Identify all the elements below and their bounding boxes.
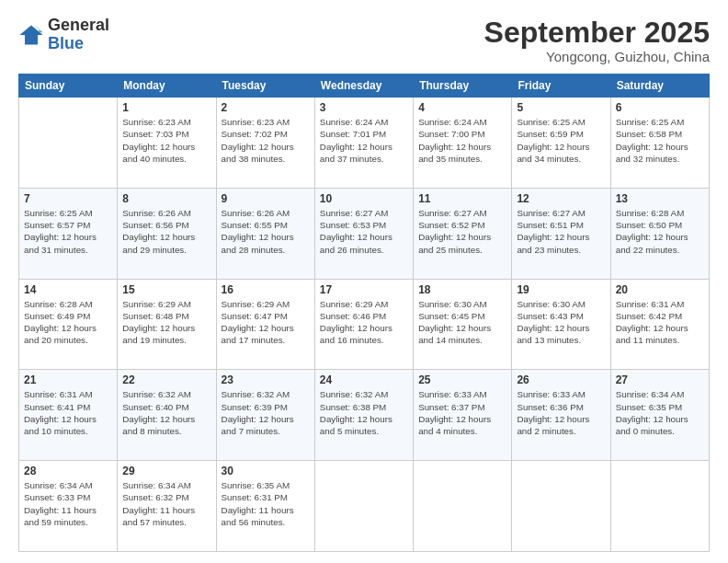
- logo-text: General Blue: [48, 17, 109, 53]
- day-cell: 17Sunrise: 6:29 AM Sunset: 6:46 PM Dayli…: [314, 279, 413, 370]
- day-number: 10: [320, 192, 408, 205]
- day-info: Sunrise: 6:25 AM Sunset: 6:58 PM Dayligh…: [616, 116, 704, 165]
- calendar: SundayMondayTuesdayWednesdayThursdayFrid…: [18, 74, 710, 552]
- day-info: Sunrise: 6:29 AM Sunset: 6:47 PM Dayligh…: [222, 298, 310, 347]
- day-info: Sunrise: 6:24 AM Sunset: 7:00 PM Dayligh…: [418, 116, 506, 165]
- day-cell: 21Sunrise: 6:31 AM Sunset: 6:41 PM Dayli…: [19, 370, 118, 461]
- day-number: 26: [517, 373, 605, 386]
- day-number: 15: [122, 283, 210, 296]
- week-row-3: 14Sunrise: 6:28 AM Sunset: 6:49 PM Dayli…: [19, 279, 710, 370]
- day-cell: 4Sunrise: 6:24 AM Sunset: 7:00 PM Daylig…: [414, 98, 512, 189]
- day-info: Sunrise: 6:30 AM Sunset: 6:45 PM Dayligh…: [418, 298, 506, 347]
- day-number: 27: [616, 373, 704, 386]
- day-info: Sunrise: 6:34 AM Sunset: 6:32 PM Dayligh…: [122, 479, 210, 528]
- day-number: 16: [222, 283, 310, 296]
- header-row: SundayMondayTuesdayWednesdayThursdayFrid…: [19, 75, 710, 98]
- day-number: 2: [222, 101, 310, 114]
- day-info: Sunrise: 6:26 AM Sunset: 6:56 PM Dayligh…: [122, 207, 210, 256]
- day-cell: [314, 461, 413, 552]
- day-number: 30: [222, 465, 310, 477]
- col-header-thursday: Thursday: [414, 75, 512, 98]
- day-number: 11: [418, 192, 506, 205]
- day-info: Sunrise: 6:25 AM Sunset: 6:59 PM Dayligh…: [517, 116, 605, 165]
- day-number: 7: [24, 192, 112, 205]
- day-info: Sunrise: 6:33 AM Sunset: 6:37 PM Dayligh…: [418, 388, 506, 437]
- day-number: 22: [122, 373, 210, 386]
- day-cell: 2Sunrise: 6:23 AM Sunset: 7:02 PM Daylig…: [216, 98, 314, 189]
- day-cell: 26Sunrise: 6:33 AM Sunset: 6:36 PM Dayli…: [512, 370, 610, 461]
- logo: General Blue: [18, 17, 109, 53]
- day-info: Sunrise: 6:28 AM Sunset: 6:49 PM Dayligh…: [24, 298, 112, 347]
- day-cell: 3Sunrise: 6:24 AM Sunset: 7:01 PM Daylig…: [314, 98, 413, 189]
- day-cell: [19, 98, 118, 189]
- day-cell: 16Sunrise: 6:29 AM Sunset: 6:47 PM Dayli…: [216, 279, 314, 370]
- day-number: 4: [418, 101, 506, 114]
- day-number: 20: [616, 283, 704, 296]
- col-header-sunday: Sunday: [19, 75, 118, 98]
- day-number: 17: [320, 283, 408, 296]
- day-info: Sunrise: 6:29 AM Sunset: 6:46 PM Dayligh…: [320, 298, 408, 347]
- svg-marker-0: [19, 25, 42, 44]
- day-cell: [414, 461, 512, 552]
- day-info: Sunrise: 6:33 AM Sunset: 6:36 PM Dayligh…: [517, 388, 605, 437]
- day-cell: 9Sunrise: 6:26 AM Sunset: 6:55 PM Daylig…: [216, 188, 314, 279]
- day-info: Sunrise: 6:35 AM Sunset: 6:31 PM Dayligh…: [222, 479, 310, 528]
- day-info: Sunrise: 6:32 AM Sunset: 6:40 PM Dayligh…: [122, 388, 210, 437]
- day-cell: 18Sunrise: 6:30 AM Sunset: 6:45 PM Dayli…: [414, 279, 512, 370]
- day-number: 3: [320, 101, 408, 114]
- day-info: Sunrise: 6:32 AM Sunset: 6:38 PM Dayligh…: [320, 388, 408, 437]
- day-cell: 19Sunrise: 6:30 AM Sunset: 6:43 PM Dayli…: [512, 279, 610, 370]
- day-number: 21: [24, 373, 112, 386]
- day-cell: 30Sunrise: 6:35 AM Sunset: 6:31 PM Dayli…: [216, 461, 314, 552]
- day-info: Sunrise: 6:25 AM Sunset: 6:57 PM Dayligh…: [24, 207, 112, 256]
- day-cell: 6Sunrise: 6:25 AM Sunset: 6:58 PM Daylig…: [610, 98, 709, 189]
- day-number: 25: [418, 373, 506, 386]
- location: Yongcong, Guizhou, China: [484, 49, 710, 64]
- col-header-monday: Monday: [118, 75, 216, 98]
- day-info: Sunrise: 6:32 AM Sunset: 6:39 PM Dayligh…: [222, 388, 310, 437]
- day-cell: 27Sunrise: 6:34 AM Sunset: 6:35 PM Dayli…: [610, 370, 709, 461]
- header: General Blue September 2025 Yongcong, Gu…: [18, 17, 710, 64]
- title-block: September 2025 Yongcong, Guizhou, China: [484, 17, 710, 64]
- day-cell: 29Sunrise: 6:34 AM Sunset: 6:32 PM Dayli…: [118, 461, 216, 552]
- day-info: Sunrise: 6:27 AM Sunset: 6:51 PM Dayligh…: [517, 207, 605, 256]
- day-number: 24: [320, 373, 408, 386]
- day-number: 19: [517, 283, 605, 296]
- day-cell: 14Sunrise: 6:28 AM Sunset: 6:49 PM Dayli…: [19, 279, 118, 370]
- day-number: 28: [24, 465, 112, 477]
- col-header-tuesday: Tuesday: [216, 75, 314, 98]
- day-cell: 13Sunrise: 6:28 AM Sunset: 6:50 PM Dayli…: [610, 188, 709, 279]
- week-row-1: 1Sunrise: 6:23 AM Sunset: 7:03 PM Daylig…: [19, 98, 710, 189]
- day-number: 6: [616, 101, 704, 114]
- day-info: Sunrise: 6:23 AM Sunset: 7:02 PM Dayligh…: [222, 116, 310, 165]
- day-info: Sunrise: 6:28 AM Sunset: 6:50 PM Dayligh…: [616, 207, 704, 256]
- day-number: 9: [222, 192, 310, 205]
- logo-icon: [18, 22, 44, 48]
- day-cell: 5Sunrise: 6:25 AM Sunset: 6:59 PM Daylig…: [512, 98, 610, 189]
- day-cell: 12Sunrise: 6:27 AM Sunset: 6:51 PM Dayli…: [512, 188, 610, 279]
- day-cell: 7Sunrise: 6:25 AM Sunset: 6:57 PM Daylig…: [19, 188, 118, 279]
- day-number: 14: [24, 283, 112, 296]
- day-cell: 1Sunrise: 6:23 AM Sunset: 7:03 PM Daylig…: [118, 98, 216, 189]
- day-info: Sunrise: 6:31 AM Sunset: 6:41 PM Dayligh…: [24, 388, 112, 437]
- day-number: 12: [517, 192, 605, 205]
- day-number: 5: [517, 101, 605, 114]
- day-number: 29: [122, 465, 210, 477]
- day-info: Sunrise: 6:27 AM Sunset: 6:52 PM Dayligh…: [418, 207, 506, 256]
- col-header-wednesday: Wednesday: [314, 75, 413, 98]
- day-number: 23: [222, 373, 310, 386]
- col-header-friday: Friday: [512, 75, 610, 98]
- week-row-4: 21Sunrise: 6:31 AM Sunset: 6:41 PM Dayli…: [19, 370, 710, 461]
- day-cell: [610, 461, 709, 552]
- day-info: Sunrise: 6:30 AM Sunset: 6:43 PM Dayligh…: [517, 298, 605, 347]
- day-cell: 23Sunrise: 6:32 AM Sunset: 6:39 PM Dayli…: [216, 370, 314, 461]
- day-info: Sunrise: 6:31 AM Sunset: 6:42 PM Dayligh…: [616, 298, 704, 347]
- month-title: September 2025: [484, 17, 710, 49]
- day-cell: 10Sunrise: 6:27 AM Sunset: 6:53 PM Dayli…: [314, 188, 413, 279]
- day-info: Sunrise: 6:23 AM Sunset: 7:03 PM Dayligh…: [122, 116, 210, 165]
- day-cell: [512, 461, 610, 552]
- day-cell: 11Sunrise: 6:27 AM Sunset: 6:52 PM Dayli…: [414, 188, 512, 279]
- day-cell: 8Sunrise: 6:26 AM Sunset: 6:56 PM Daylig…: [118, 188, 216, 279]
- day-info: Sunrise: 6:24 AM Sunset: 7:01 PM Dayligh…: [320, 116, 408, 165]
- logo-general: General: [48, 17, 109, 35]
